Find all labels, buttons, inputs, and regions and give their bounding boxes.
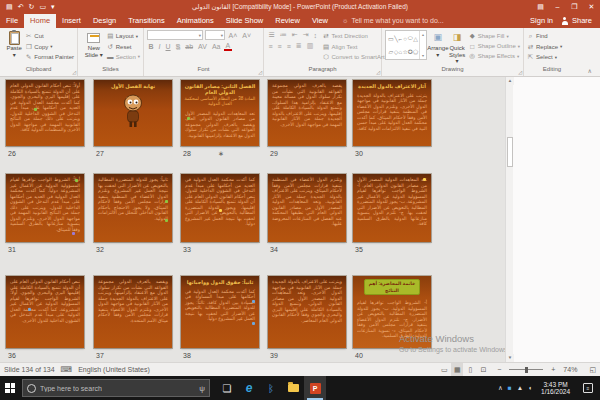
cut-button[interactable]: ✂Cut	[25, 32, 74, 40]
vertical-scrollbar[interactable]: ▲ ▼	[505, 77, 513, 362]
slide-thumbnail-32[interactable]: ثانياً: يجوز للدولة المتضررة المطالبة با…	[94, 174, 172, 242]
undo-icon[interactable]: ↶	[18, 0, 24, 14]
shape-icon[interactable]: ⌐	[399, 36, 403, 42]
sign-in-link[interactable]: Sign in	[530, 14, 553, 28]
shape-icon[interactable]: ⬭	[408, 35, 413, 42]
find-button[interactable]: ⌕Find	[527, 32, 562, 40]
align-left-icon[interactable]: ≡	[267, 43, 274, 50]
bullets-icon[interactable]: ☰	[267, 31, 276, 39]
font-dialog-launcher[interactable]: ◿	[258, 70, 262, 75]
shapes-scrollbar[interactable]: ▴▾	[419, 31, 426, 59]
volume-icon[interactable]: ◖	[528, 376, 532, 400]
slide-thumbnail-31[interactable]: أولاً: الشروط الواجب توافرها لقيام المسؤ…	[6, 174, 84, 242]
character-spacing-button[interactable]: AV	[197, 43, 209, 50]
edge-browser-taskbar-button[interactable]: e	[238, 376, 260, 400]
underline-button[interactable]: U	[164, 43, 172, 50]
tab-design[interactable]: Design	[87, 14, 122, 28]
copy-button[interactable]: ❐Copy▾	[25, 43, 74, 51]
paste-button[interactable]: Paste▾	[3, 30, 25, 58]
slide-sorter-view-button[interactable]: ▦	[451, 363, 463, 376]
paragraph-dialog-launcher[interactable]: ◿	[376, 70, 380, 75]
zoom-percentage[interactable]: 74%	[563, 366, 577, 373]
font-color-button[interactable]: A	[224, 42, 232, 51]
ribbon-display-options[interactable]: ▤	[532, 0, 549, 14]
text-shadow-button[interactable]: S	[174, 43, 182, 50]
shape-icon[interactable]: ╲	[394, 35, 398, 42]
quick-styles-button[interactable]: ◨ Quick Styles ▾	[448, 30, 465, 65]
align-center-icon[interactable]: ≡	[276, 43, 283, 50]
grow-font-icon[interactable]: A˄	[227, 32, 239, 39]
hidden-icons-icon[interactable]: ∧	[498, 376, 503, 400]
file-explorer-taskbar-button[interactable]	[282, 376, 304, 400]
increase-indent-icon[interactable]: ⇥	[301, 31, 310, 39]
collapse-ribbon-button[interactable]: ∧	[588, 67, 592, 74]
microphone-icon[interactable]: ψ	[199, 384, 205, 393]
tab-slide-show[interactable]: Slide Show	[220, 14, 270, 28]
italic-button[interactable]: I	[157, 43, 162, 50]
bold-button[interactable]: B	[147, 43, 155, 50]
taskbar-search-box[interactable]: Type here to search ψ	[22, 379, 210, 397]
normal-view-button[interactable]: ▭	[438, 363, 450, 376]
shape-fill-button[interactable]: ◆Shape Fill▾	[469, 32, 520, 40]
tab-transitions[interactable]: Transitions	[122, 14, 170, 28]
shrink-font-icon[interactable]: A˅	[241, 32, 253, 39]
customize-qat-icon[interactable]: ▾	[51, 0, 55, 14]
zoom-slider-thumb[interactable]	[525, 367, 528, 373]
slide-thumbnail-36[interactable]: تنص أحكام القانون الدولي العام على أن ال…	[6, 276, 84, 348]
tab-review[interactable]: Review	[269, 14, 306, 28]
tab-file[interactable]: File	[0, 14, 24, 28]
restore-button[interactable]: ❐	[566, 0, 583, 14]
scroll-up-arrow[interactable]: ▲	[506, 77, 514, 85]
network-icon[interactable]: ▲	[517, 376, 523, 400]
slide-thumbnail-38[interactable]: ثانياً: حقوق الدول وواجباتهاكما أكدت محك…	[181, 276, 259, 348]
start-button[interactable]	[0, 376, 20, 400]
language-status[interactable]: English (United States)	[78, 366, 150, 373]
zoom-out-button[interactable]: −	[493, 363, 505, 376]
shape-icon[interactable]: ⬠	[413, 48, 418, 55]
arrange-button[interactable]: ▣ Arrange▾	[427, 30, 448, 58]
font-name-box[interactable]: ▾	[147, 30, 203, 40]
tab-view[interactable]: View	[306, 14, 334, 28]
shape-icon[interactable]: ▭	[388, 35, 394, 42]
columns-icon[interactable]: ▥	[305, 42, 315, 50]
start-slideshow-icon[interactable]: ▭	[39, 0, 46, 14]
zoom-slider[interactable]	[509, 369, 543, 370]
shape-icon[interactable]: ▱	[389, 48, 394, 55]
tab-animations[interactable]: Animations	[171, 14, 220, 28]
slide-thumbnail-28[interactable]: الفصل الثاني: مصادر القانون الدولي العام…	[181, 80, 259, 146]
replace-button[interactable]: ⇄Replace▾	[527, 43, 562, 51]
shape-outline-button[interactable]: □Shape Outline▾	[469, 43, 520, 50]
slide-thumbnail-35[interactable]: تعد المعاهدات الدولية المصدر الأول من مص…	[353, 174, 431, 242]
slide-thumbnail-39[interactable]: ويترتب على الاعتراف بالدولة الجديدة جملة…	[268, 276, 346, 348]
slide-thumbnail-27[interactable]: نهاية الفصل الأول	[94, 80, 172, 146]
shape-icon[interactable]: △	[413, 35, 418, 42]
shape-icon[interactable]: ○	[403, 36, 407, 42]
slide-thumbnail-29[interactable]: يقصد بالعرف الدولي مجموعة القواعد القانو…	[268, 80, 346, 146]
clipboard-dialog-launcher[interactable]: ◿	[72, 70, 76, 75]
section-button[interactable]: ▬Section▾	[107, 53, 140, 60]
convert-smartart-button[interactable]: ⬡Convert to SmartArt	[323, 53, 385, 61]
task-view-taskbar-button[interactable]: ❏	[216, 376, 238, 400]
slideshow-view-button[interactable]: ⊡	[477, 363, 489, 376]
tell-me-box[interactable]: ☼ Tell me what you want to do...	[334, 14, 444, 28]
font-size-box[interactable]: ▾	[205, 30, 225, 40]
tab-home[interactable]: Home	[24, 14, 56, 28]
bluetooth-taskbar-button[interactable]: ᛒ	[260, 376, 282, 400]
share-button[interactable]: Share	[561, 14, 592, 28]
new-slide-button[interactable]: New Slide ▾	[81, 30, 107, 58]
slide-thumbnail-37[interactable]: ويقصد بالعرف الدولي مجموعة القواعد التي …	[94, 276, 172, 348]
shapes-gallery[interactable]: ▴▾ ▭╲⌐○⬭△▱◇⌂☆✪⬠	[385, 30, 427, 60]
slide-thumbnail-34[interactable]: وتلتزم الدول الأعضاء في المنظمة بتنفيذ ق…	[268, 174, 346, 242]
numbering-icon[interactable]: ≔	[278, 31, 288, 39]
scroll-down-arrow[interactable]: ▼	[506, 354, 514, 362]
drawing-dialog-launcher[interactable]: ◿	[518, 70, 522, 75]
tray-app-icon[interactable]: ■	[508, 376, 512, 400]
close-button[interactable]: ✕	[583, 0, 600, 14]
align-text-button[interactable]: ▤Align Text	[323, 43, 385, 51]
decrease-indent-icon[interactable]: ⇤	[290, 31, 299, 39]
shape-effects-button[interactable]: ◎Shape Effects▾	[469, 52, 520, 60]
reading-view-button[interactable]: ▯	[464, 363, 476, 376]
slide-thumbnail-33[interactable]: كما أكدت محكمة العدل الدولية في العديد م…	[181, 174, 259, 242]
save-icon[interactable]: ▤	[6, 0, 13, 14]
reset-button[interactable]: ↺Reset	[107, 43, 140, 51]
